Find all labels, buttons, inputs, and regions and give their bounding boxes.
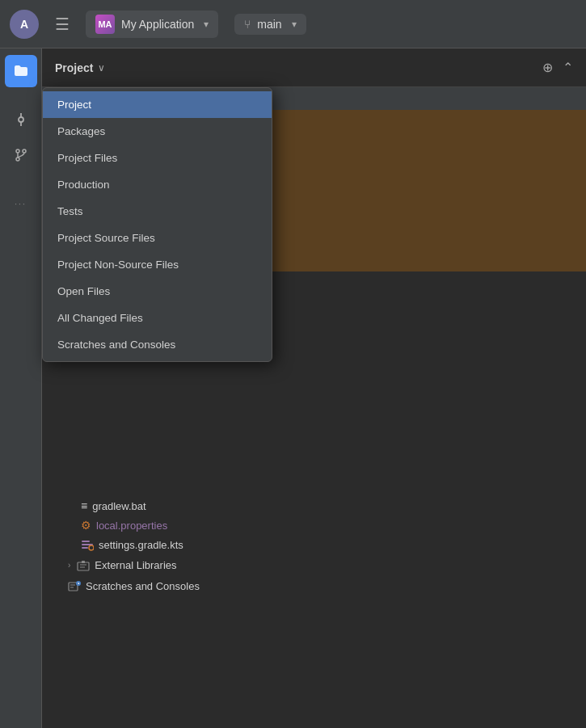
settings-gradle-icon <box>81 538 94 552</box>
top-bar: A ☰ MA My Application ▾ ⑂ main ▾ <box>0 0 586 48</box>
rail-branch-button[interactable] <box>5 139 37 171</box>
project-title-dropdown-trigger[interactable]: Project ∨ <box>55 61 105 74</box>
dropdown-item-scratches-and-consoles[interactable]: Scratches and Consoles <box>43 331 272 358</box>
svg-rect-8 <box>82 547 88 549</box>
local-properties-icon: ⚙ <box>81 519 91 532</box>
svg-rect-13 <box>82 561 85 563</box>
svg-point-0 <box>19 117 23 122</box>
project-chevron-icon: ∨ <box>98 62 105 74</box>
dropdown-item-project-files[interactable]: Project Files <box>43 145 272 171</box>
main-layout: ··· Project ∨ ⊕ ⌃ #User#AndroidStudioPro… <box>0 48 586 728</box>
svg-rect-10 <box>78 562 89 570</box>
rail-commit-button[interactable] <box>5 103 37 136</box>
dropdown-item-production[interactable]: Production <box>43 171 272 198</box>
settings-button[interactable]: ⌃ <box>563 60 573 75</box>
project-header: Project ∨ ⊕ ⌃ <box>42 48 586 87</box>
project-panel: Project ∨ ⊕ ⌃ #User#AndroidStudioProject… <box>42 48 586 728</box>
dropdown-item-open-files[interactable]: Open Files <box>43 278 272 305</box>
file-tree: ≡ gradlew.bat ⚙ local.properties setting… <box>42 490 586 728</box>
avatar[interactable]: A <box>10 10 39 39</box>
tree-item-local-properties[interactable]: ⚙ local.properties <box>42 515 586 535</box>
icon-rail: ··· <box>0 48 42 728</box>
branch-icon: ⑂ <box>244 18 251 31</box>
rail-folder-button[interactable] <box>5 55 37 87</box>
dropdown-item-project[interactable]: Project <box>43 91 272 118</box>
tree-item-settings-gradle[interactable]: settings.gradle.kts <box>42 535 586 555</box>
branch-selector[interactable]: ⑂ main ▾ <box>234 14 306 35</box>
svg-point-9 <box>89 545 94 550</box>
svg-point-3 <box>16 149 19 153</box>
expand-arrow-icon: › <box>68 561 70 570</box>
dropdown-item-all-changed-files[interactable]: All Changed Files <box>43 305 272 331</box>
svg-rect-6 <box>82 541 90 542</box>
dropdown-item-project-non-source-files[interactable]: Project Non-Source Files <box>43 251 272 278</box>
branch-name: main <box>257 18 281 31</box>
hamburger-menu-icon[interactable]: ☰ <box>48 11 76 37</box>
dropdown-item-tests[interactable]: Tests <box>43 198 272 225</box>
project-view-dropdown: Project Packages Project Files Productio… <box>42 87 272 362</box>
branch-chevron-icon: ▾ <box>292 19 297 30</box>
external-libraries-icon <box>77 558 90 572</box>
project-header-actions: ⊕ ⌃ <box>542 60 573 75</box>
app-icon: MA <box>95 15 115 34</box>
rail-more-button[interactable]: ··· <box>5 187 37 220</box>
svg-point-4 <box>16 158 19 161</box>
scratches-consoles-icon <box>68 579 81 593</box>
svg-point-5 <box>23 149 26 153</box>
tree-item-gradlew-bat[interactable]: ≡ gradlew.bat <box>42 496 586 515</box>
app-selector[interactable]: MA My Application ▾ <box>86 11 218 38</box>
dropdown-item-packages[interactable]: Packages <box>43 118 272 145</box>
app-chevron-icon: ▾ <box>204 19 209 30</box>
app-name: My Application <box>121 18 194 31</box>
dropdown-item-project-source-files[interactable]: Project Source Files <box>43 225 272 251</box>
gradlew-bat-icon: ≡ <box>81 499 87 512</box>
project-title: Project <box>55 61 93 74</box>
tree-item-scratches-consoles[interactable]: Scratches and Consoles <box>42 576 586 596</box>
tree-item-external-libraries[interactable]: › External Libraries <box>42 555 586 575</box>
add-scope-button[interactable]: ⊕ <box>542 60 553 75</box>
